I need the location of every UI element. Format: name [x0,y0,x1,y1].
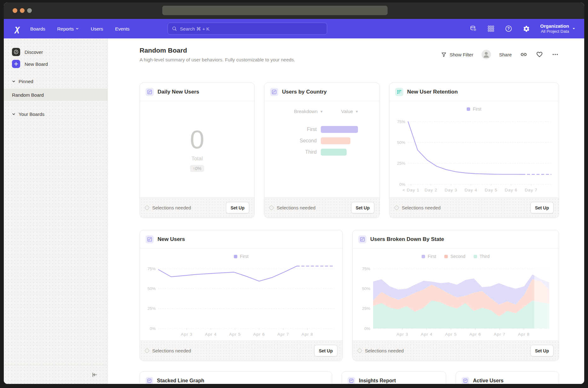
nav-item-reports[interactable]: Reports [57,26,79,31]
card-footer: Selections needed Set Up [140,340,343,361]
set-up-button[interactable]: Set Up [226,202,249,214]
svg-text:0%: 0% [364,326,370,331]
state-chart-svg: 75%50%25%0%Apr 3Apr 4Apr 5Apr 6Apr 7Apr … [357,262,554,338]
status-label: Selections needed [152,348,191,353]
legend-entry[interactable]: First [467,106,481,111]
insights-chart-icon [146,88,154,96]
chevron-down-icon [12,112,15,116]
card-title: Stacked Line Graph [157,378,204,384]
browser-address-bar[interactable] [162,6,388,15]
sidebar-item-new-board[interactable]: New Board [4,58,107,70]
avatar[interactable] [481,50,491,59]
sidebar-item-random-board[interactable]: Random Board [4,89,107,101]
navbar-right: ? Organization All Project Data [470,19,575,38]
set-up-button[interactable]: Set Up [530,202,554,214]
board-actions: Show Filter Share [441,50,559,59]
svg-text:Apr 5: Apr 5 [229,332,241,337]
card-header: New User Retention [389,83,559,101]
app-window: χ Boards Reports Users Events [4,3,584,384]
breakdown-dropdown[interactable]: Breakdown ▼ [294,109,323,114]
copy-link-icon[interactable] [520,51,527,58]
nav-item-users[interactable]: Users [91,26,103,31]
nav-item-boards[interactable]: Boards [30,26,45,31]
sidebar-item-discover[interactable]: Discover [4,46,107,58]
search-input[interactable] [180,26,323,31]
sidebar-section-pinned[interactable]: Pinned [4,76,107,86]
nav-item-label: Boards [30,26,45,31]
nav-item-events[interactable]: Events [115,26,130,31]
data-management-icon[interactable] [470,25,477,32]
top-navbar: χ Boards Reports Users Events [4,19,584,38]
share-label: Share [499,52,512,57]
legend-entry[interactable]: First [422,254,436,259]
chart-body: First75%50%25%0%Apr 3Apr 4Apr 5Apr 6Apr … [140,248,343,340]
svg-text:Day 4: Day 4 [464,188,477,192]
sidebar-item-label: Discover [25,49,43,55]
svg-text:0%: 0% [150,326,156,331]
legend-entry[interactable]: First [234,254,248,259]
card-header: Users by Country [264,83,379,101]
set-up-button[interactable]: Set Up [351,202,374,214]
share-button[interactable]: Share [499,52,512,57]
nav-item-label: Reports [57,26,74,31]
global-search[interactable] [168,23,327,35]
legend-entry[interactable]: Third [474,254,490,259]
set-up-button[interactable]: Set Up [530,345,554,357]
card-title: New Users [158,236,185,243]
card-header: Daily New Users [140,83,254,101]
svg-text:Apr 4: Apr 4 [205,332,216,337]
legend-swatch-icon [474,255,477,258]
window-controls [13,8,32,13]
legend-swatch-icon [234,255,237,258]
svg-text:Apr 4: Apr 4 [421,332,432,337]
status-badge: Selections needed [145,205,191,210]
value-label: Value [341,109,353,114]
sidebar-footer [4,365,107,384]
sidebar-item-label: New Board [25,61,48,67]
org-scope: All Project Data [540,29,569,34]
window-zoom-button[interactable] [27,8,32,13]
status-label: Selections needed [365,348,404,353]
help-icon[interactable]: ? [505,25,512,32]
favorite-heart-icon[interactable] [536,51,543,58]
chart-body: First75%50%25%0%< Day 1Day 2Day 3Day 4Da… [389,101,559,197]
card-new-users: New Users First75%50%25%0%Apr 3Apr 4Apr … [140,230,343,361]
value-dropdown[interactable]: Value ▼ [341,109,359,114]
status-label: Selections needed [402,205,441,210]
breakdown-row: Second [272,137,372,144]
funnel-icon [441,52,447,58]
plus-icon [12,60,20,68]
apps-grid-icon[interactable] [487,25,495,32]
window-minimize-button[interactable] [20,8,25,13]
metric-label: Total [192,156,203,162]
show-filter-button[interactable]: Show Filter [441,52,473,58]
legend-label: First [473,106,481,111]
card-footer: Selections needed Set Up [140,197,254,218]
org-switcher[interactable]: Organization All Project Data [540,23,575,34]
svg-text:25%: 25% [362,306,370,311]
settings-gear-icon[interactable] [522,25,530,32]
nav-item-label: Events [115,26,130,31]
card-title: Active Users [473,378,504,384]
legend-label: Second [450,254,465,259]
sidebar-section-your-boards[interactable]: Your Boards [4,109,107,119]
svg-text:75%: 75% [147,266,156,271]
window-close-button[interactable] [13,8,17,13]
card-active-users: Active Users [456,371,559,384]
breakdown-row-label: Second [272,138,317,144]
breakdown-bar [321,126,358,133]
sidebar: Discover New Board Pinned Random Board Y… [4,38,108,384]
more-options-icon[interactable] [551,51,559,58]
set-up-button[interactable]: Set Up [314,345,337,357]
board-header: Random Board A high-level summary of use… [140,47,559,62]
retention-grid-icon [395,88,403,96]
svg-text:Day 5: Day 5 [485,188,497,192]
breakdown-bar [321,149,347,156]
status-badge: Selections needed [395,205,441,210]
status-circle-icon [145,206,149,210]
mixpanel-logo-icon[interactable]: χ [13,24,22,33]
svg-text:25%: 25% [147,306,156,311]
card-insights-report: Insights Report [342,371,446,384]
legend-entry[interactable]: Second [444,254,465,259]
collapse-sidebar-button[interactable] [91,371,98,378]
